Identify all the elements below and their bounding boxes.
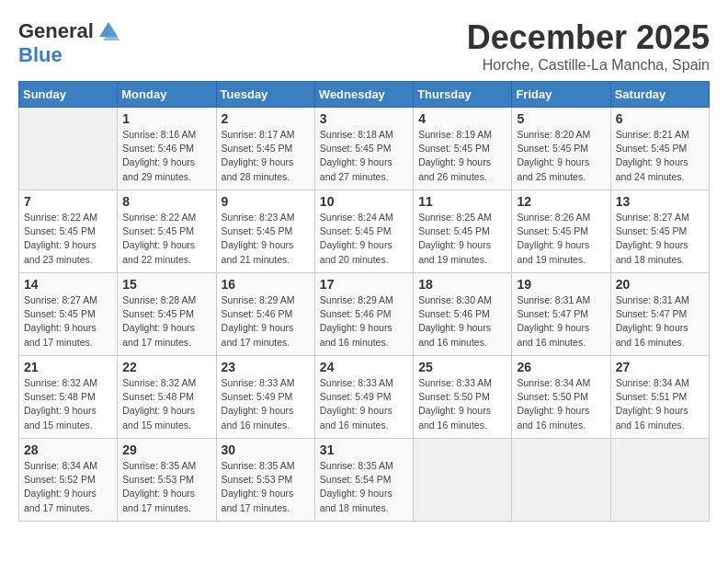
day-info: Sunrise: 8:33 AMSunset: 5:49 PMDaylight:… <box>320 376 408 432</box>
day-info: Sunrise: 8:18 AMSunset: 5:45 PMDaylight:… <box>320 128 408 184</box>
day-cell: 12Sunrise: 8:26 AMSunset: 5:45 PMDayligh… <box>512 190 610 273</box>
day-cell: 28Sunrise: 8:34 AMSunset: 5:52 PMDayligh… <box>19 439 118 522</box>
day-number: 1 <box>122 111 210 126</box>
day-cell: 25Sunrise: 8:33 AMSunset: 5:50 PMDayligh… <box>414 356 512 439</box>
day-info: Sunrise: 8:29 AMSunset: 5:46 PMDaylight:… <box>320 293 408 350</box>
day-cell: 16Sunrise: 8:29 AMSunset: 5:46 PMDayligh… <box>216 273 314 356</box>
day-info: Sunrise: 8:16 AMSunset: 5:46 PMDaylight:… <box>122 128 210 184</box>
day-cell: 8Sunrise: 8:22 AMSunset: 5:45 PMDaylight… <box>118 190 216 273</box>
day-info: Sunrise: 8:24 AMSunset: 5:45 PMDaylight:… <box>320 211 408 267</box>
logo-text: General <box>18 20 94 42</box>
day-number: 29 <box>122 442 210 457</box>
day-info: Sunrise: 8:35 AMSunset: 5:53 PMDaylight:… <box>222 459 310 515</box>
day-number: 28 <box>24 442 112 457</box>
day-info: Sunrise: 8:22 AMSunset: 5:45 PMDaylight:… <box>122 211 210 267</box>
day-cell: 21Sunrise: 8:32 AMSunset: 5:48 PMDayligh… <box>19 356 118 439</box>
day-cell: 9Sunrise: 8:23 AMSunset: 5:45 PMDaylight… <box>216 190 314 273</box>
logo: General Blue <box>18 18 121 66</box>
day-cell: 5Sunrise: 8:20 AMSunset: 5:45 PMDaylight… <box>512 108 610 190</box>
header-cell-tuesday: Tuesday <box>216 82 314 108</box>
day-cell <box>19 108 118 190</box>
day-cell: 23Sunrise: 8:33 AMSunset: 5:49 PMDayligh… <box>216 356 314 439</box>
header-cell-friday: Friday <box>512 82 610 108</box>
day-cell: 14Sunrise: 8:27 AMSunset: 5:45 PMDayligh… <box>19 273 118 356</box>
logo-blue-text: Blue <box>18 43 63 66</box>
day-number: 23 <box>222 360 310 374</box>
day-info: Sunrise: 8:29 AMSunset: 5:46 PMDaylight:… <box>222 293 310 350</box>
day-info: Sunrise: 8:31 AMSunset: 5:47 PMDaylight:… <box>517 293 605 350</box>
day-cell: 4Sunrise: 8:19 AMSunset: 5:45 PMDaylight… <box>414 108 512 190</box>
day-number: 19 <box>517 277 605 292</box>
day-cell: 30Sunrise: 8:35 AMSunset: 5:53 PMDayligh… <box>216 439 314 522</box>
day-info: Sunrise: 8:34 AMSunset: 5:52 PMDaylight:… <box>24 459 112 515</box>
day-number: 11 <box>418 194 506 209</box>
day-number: 20 <box>616 277 704 292</box>
day-number: 14 <box>24 277 112 292</box>
day-number: 13 <box>616 194 704 209</box>
day-cell: 3Sunrise: 8:18 AMSunset: 5:45 PMDaylight… <box>314 108 413 190</box>
day-info: Sunrise: 8:35 AMSunset: 5:54 PMDaylight:… <box>320 459 408 515</box>
day-number: 31 <box>320 442 408 457</box>
day-info: Sunrise: 8:20 AMSunset: 5:45 PMDaylight:… <box>517 128 605 184</box>
day-info: Sunrise: 8:35 AMSunset: 5:53 PMDaylight:… <box>122 459 210 515</box>
day-info: Sunrise: 8:17 AMSunset: 5:45 PMDaylight:… <box>222 128 310 184</box>
week-row-1: 1Sunrise: 8:16 AMSunset: 5:46 PMDaylight… <box>19 108 710 190</box>
day-info: Sunrise: 8:31 AMSunset: 5:47 PMDaylight:… <box>616 293 704 350</box>
day-info: Sunrise: 8:34 AMSunset: 5:50 PMDaylight:… <box>517 376 605 432</box>
day-number: 2 <box>222 111 310 126</box>
day-cell: 6Sunrise: 8:21 AMSunset: 5:45 PMDaylight… <box>610 108 709 190</box>
day-number: 3 <box>320 111 408 126</box>
header-cell-saturday: Saturday <box>610 82 709 108</box>
day-cell: 19Sunrise: 8:31 AMSunset: 5:47 PMDayligh… <box>512 273 610 356</box>
week-row-2: 7Sunrise: 8:22 AMSunset: 5:45 PMDaylight… <box>19 190 710 273</box>
day-info: Sunrise: 8:30 AMSunset: 5:46 PMDaylight:… <box>418 293 506 350</box>
month-title: December 2025 <box>467 18 710 57</box>
day-info: Sunrise: 8:19 AMSunset: 5:45 PMDaylight:… <box>418 128 506 184</box>
day-info: Sunrise: 8:33 AMSunset: 5:50 PMDaylight:… <box>418 376 506 432</box>
day-info: Sunrise: 8:27 AMSunset: 5:45 PMDaylight:… <box>24 293 112 350</box>
day-number: 26 <box>517 360 605 374</box>
day-number: 18 <box>418 277 506 292</box>
day-cell: 24Sunrise: 8:33 AMSunset: 5:49 PMDayligh… <box>314 356 413 439</box>
day-number: 4 <box>418 111 506 126</box>
day-info: Sunrise: 8:33 AMSunset: 5:49 PMDaylight:… <box>222 376 310 432</box>
day-number: 12 <box>517 194 605 209</box>
day-info: Sunrise: 8:32 AMSunset: 5:48 PMDaylight:… <box>24 376 112 432</box>
day-info: Sunrise: 8:22 AMSunset: 5:45 PMDaylight:… <box>24 211 112 267</box>
header-cell-wednesday: Wednesday <box>314 82 413 108</box>
day-cell: 20Sunrise: 8:31 AMSunset: 5:47 PMDayligh… <box>610 273 709 356</box>
day-cell: 27Sunrise: 8:34 AMSunset: 5:51 PMDayligh… <box>610 356 709 439</box>
day-number: 5 <box>517 111 605 126</box>
day-cell: 13Sunrise: 8:27 AMSunset: 5:45 PMDayligh… <box>610 190 709 273</box>
day-cell: 31Sunrise: 8:35 AMSunset: 5:54 PMDayligh… <box>314 439 413 522</box>
day-number: 15 <box>122 277 210 292</box>
day-cell <box>512 439 610 522</box>
header-cell-thursday: Thursday <box>414 82 512 108</box>
day-info: Sunrise: 8:34 AMSunset: 5:51 PMDaylight:… <box>616 376 704 432</box>
day-cell: 26Sunrise: 8:34 AMSunset: 5:50 PMDayligh… <box>512 356 610 439</box>
day-info: Sunrise: 8:21 AMSunset: 5:45 PMDaylight:… <box>616 128 704 184</box>
day-number: 30 <box>222 442 310 457</box>
day-cell: 2Sunrise: 8:17 AMSunset: 5:45 PMDaylight… <box>216 108 314 190</box>
week-row-3: 14Sunrise: 8:27 AMSunset: 5:45 PMDayligh… <box>19 273 710 356</box>
day-number: 9 <box>222 194 310 209</box>
header-row: SundayMondayTuesdayWednesdayThursdayFrid… <box>19 82 710 108</box>
day-number: 7 <box>24 194 112 209</box>
location-title: Horche, Castille-La Mancha, Spain <box>467 57 710 74</box>
day-cell <box>414 439 512 522</box>
day-number: 6 <box>616 111 704 126</box>
day-number: 17 <box>320 277 408 292</box>
day-number: 21 <box>24 360 112 374</box>
day-number: 16 <box>222 277 310 292</box>
day-info: Sunrise: 8:28 AMSunset: 5:45 PMDaylight:… <box>122 293 210 350</box>
day-info: Sunrise: 8:25 AMSunset: 5:45 PMDaylight:… <box>418 211 506 267</box>
day-number: 24 <box>320 360 408 374</box>
logo-icon <box>96 18 121 44</box>
calendar-table: SundayMondayTuesdayWednesdayThursdayFrid… <box>18 81 710 522</box>
day-number: 22 <box>122 360 210 374</box>
header-cell-monday: Monday <box>118 82 216 108</box>
day-cell: 7Sunrise: 8:22 AMSunset: 5:45 PMDaylight… <box>19 190 118 273</box>
page-header: General Blue December 2025 Horche, Casti… <box>18 18 710 74</box>
title-block: December 2025 Horche, Castille-La Mancha… <box>467 18 710 74</box>
day-info: Sunrise: 8:32 AMSunset: 5:48 PMDaylight:… <box>122 376 210 432</box>
